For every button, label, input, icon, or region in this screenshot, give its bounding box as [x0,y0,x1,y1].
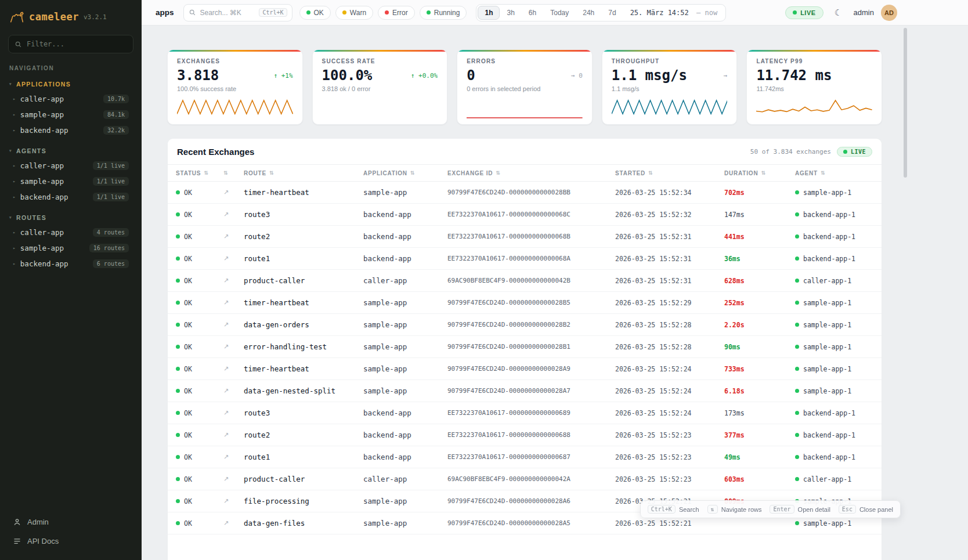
table-row[interactable]: OK↗route3backend-appEE7322370A10617-0000… [168,402,882,424]
open-exchange-icon[interactable]: ↗ [223,211,229,218]
open-exchange-icon[interactable]: ↗ [223,365,229,373]
open-cell[interactable]: ↗ [215,365,236,373]
column-header-started[interactable]: STARTED⇅ [607,170,716,176]
stat-card-exchanges[interactable]: EXCHANGES3.818↑ +1%100.0% success rate [167,49,303,125]
open-exchange-icon[interactable]: ↗ [223,431,229,439]
table-row[interactable]: OK↗route2backend-appEE7322370A10617-0000… [168,226,882,248]
time-range-24h[interactable]: 24h [576,6,601,20]
table-row[interactable]: OK↗timer-heartbeatsample-app90799F47E6CD… [168,358,882,380]
open-cell[interactable]: ↗ [215,519,236,527]
open-cell[interactable]: ↗ [215,343,236,351]
stat-card-latency-p99[interactable]: LATENCY P9911.742 ms11.742ms [746,49,882,125]
nav-section-title[interactable]: ▾ROUTES [9,214,132,221]
column-header-exchange-id[interactable]: EXCHANGE ID⇅ [439,170,607,176]
global-search[interactable]: Ctrl+K [183,4,292,21]
sort-icon[interactable]: ⇅ [761,170,765,176]
sidebar-item-backend-app[interactable]: ▸backend-app32.2k [8,122,133,138]
open-cell[interactable]: ↗ [215,255,236,262]
open-exchange-icon[interactable]: ↗ [223,343,229,351]
sidebar-item-caller-app[interactable]: ▸caller-app4 routes [8,225,133,240]
table-row[interactable]: OK↗data-gen-nested-splitsample-app90799F… [168,380,882,402]
column-header-application[interactable]: APPLICATION⇅ [355,170,439,176]
open-exchange-icon[interactable]: ↗ [223,519,229,527]
stat-card-success-rate[interactable]: SUCCESS RATE100.0%↑ +0.0%3.818 ok / 0 er… [312,49,448,125]
column-header-agent[interactable]: AGENT⇅ [787,170,882,176]
theme-toggle-moon-icon[interactable]: ☾ [830,5,847,21]
table-row[interactable]: OK↗error-handling-testsample-app90799F47… [168,336,882,358]
nav-section-title[interactable]: ▾AGENTS [9,147,132,154]
time-range-7d[interactable]: 7d [601,6,623,20]
open-cell[interactable]: ↗ [215,321,236,328]
status-filter-running[interactable]: Running [420,6,467,20]
table-row[interactable]: OK↗product-callercaller-app69AC90BF8EBC4… [168,270,882,292]
column-header-route[interactable]: ROUTE⇅ [236,170,355,176]
live-badge[interactable]: LIVE [785,6,823,19]
avatar[interactable]: AD [881,5,897,21]
column-header-duration[interactable]: DURATION⇅ [716,170,787,176]
open-exchange-icon[interactable]: ↗ [223,277,229,284]
open-exchange-icon[interactable]: ↗ [223,497,229,505]
open-exchange-icon[interactable]: ↗ [223,409,229,417]
sidebar-item-backend-app[interactable]: ▸backend-app6 routes [8,256,133,272]
sort-icon[interactable]: ⇅ [269,170,274,176]
open-exchange-icon[interactable]: ↗ [223,255,229,262]
sidebar-item-backend-app[interactable]: ▸backend-app1/1 live [8,189,133,205]
table-row[interactable]: OK↗route1backend-appEE7322370A10617-0000… [168,446,882,468]
sort-icon[interactable]: ⇅ [410,170,415,176]
status-filter-ok[interactable]: OK [299,6,331,20]
open-cell[interactable]: ↗ [215,189,236,196]
time-range-1h[interactable]: 1h [478,6,500,20]
sort-icon[interactable]: ⇅ [496,170,500,176]
table-row[interactable]: OK↗timer-heartbeatsample-app90799F47E6CD… [168,182,882,204]
app-logo[interactable]: cameleer v3.2.1 [8,8,133,35]
open-cell[interactable]: ↗ [215,233,236,240]
time-range-6h[interactable]: 6h [522,6,543,20]
open-cell[interactable]: ↗ [215,387,236,395]
sidebar-item-caller-app[interactable]: ▸caller-app1/1 live [8,158,133,174]
sort-icon[interactable]: ⇅ [821,170,825,176]
sidebar-item-api-docs[interactable]: API Docs [8,532,133,551]
open-cell[interactable]: ↗ [215,299,236,306]
open-cell[interactable]: ↗ [215,277,236,284]
table-row[interactable]: OK↗route1backend-appEE7322370A10617-0000… [168,248,882,270]
stat-card-throughput[interactable]: THROUGHPUT1.1 msg/s→1.1 msg/s [602,49,738,125]
sidebar-item-caller-app[interactable]: ▸caller-app10.7k [8,91,133,107]
open-cell[interactable]: ↗ [215,497,236,505]
status-filter-warn[interactable]: Warn [335,6,373,20]
open-cell[interactable]: ↗ [215,475,236,483]
sort-icon[interactable]: ⇅ [204,170,208,176]
open-cell[interactable]: ↗ [215,409,236,417]
open-cell[interactable]: ↗ [215,431,236,439]
sidebar-item-sample-app[interactable]: ▸sample-app1/1 live [8,174,133,189]
open-exchange-icon[interactable]: ↗ [223,475,229,483]
sort-icon[interactable]: ⇅ [648,170,653,176]
sidebar-item-admin[interactable]: Admin [8,512,133,532]
search-input[interactable] [200,9,255,17]
open-exchange-icon[interactable]: ↗ [223,453,229,461]
column-header-status[interactable]: STATUS⇅ [168,170,215,176]
scrollbar-thumb[interactable] [904,28,907,178]
nav-section-title[interactable]: ▾APPLICATIONS [9,81,132,88]
table-row[interactable]: OK↗route3backend-appEE7322370A10617-0000… [168,204,882,226]
open-exchange-icon[interactable]: ↗ [223,299,229,306]
open-exchange-icon[interactable]: ↗ [223,387,229,395]
sort-icon[interactable]: ⇅ [223,170,228,176]
filter-input[interactable] [27,40,127,48]
open-cell[interactable]: ↗ [215,211,236,218]
sidebar-item-sample-app[interactable]: ▸sample-app16 routes [8,240,133,256]
table-row[interactable]: OK↗timer-heartbeatsample-app90799F47E6CD… [168,292,882,314]
open-exchange-icon[interactable]: ↗ [223,233,229,240]
status-filter-error[interactable]: Error [378,6,415,20]
open-exchange-icon[interactable]: ↗ [223,189,229,196]
open-exchange-icon[interactable]: ↗ [223,321,229,328]
open-cell[interactable]: ↗ [215,453,236,461]
sidebar-item-sample-app[interactable]: ▸sample-app84.1k [8,107,133,122]
table-row[interactable]: OK↗data-gen-orderssample-app90799F47E6CD… [168,314,882,336]
column-header-link[interactable]: ⇅ [215,170,236,176]
time-range-today[interactable]: Today [543,6,576,20]
time-range-3h[interactable]: 3h [500,6,521,20]
table-row[interactable]: OK↗product-callercaller-app69AC90BF8EBC4… [168,468,882,490]
table-row[interactable]: OK↗route2backend-appEE7322370A10617-0000… [168,424,882,446]
context-label[interactable]: apps [156,8,174,17]
stat-card-errors[interactable]: ERRORS0→ 00 errors in selected period [457,49,593,125]
